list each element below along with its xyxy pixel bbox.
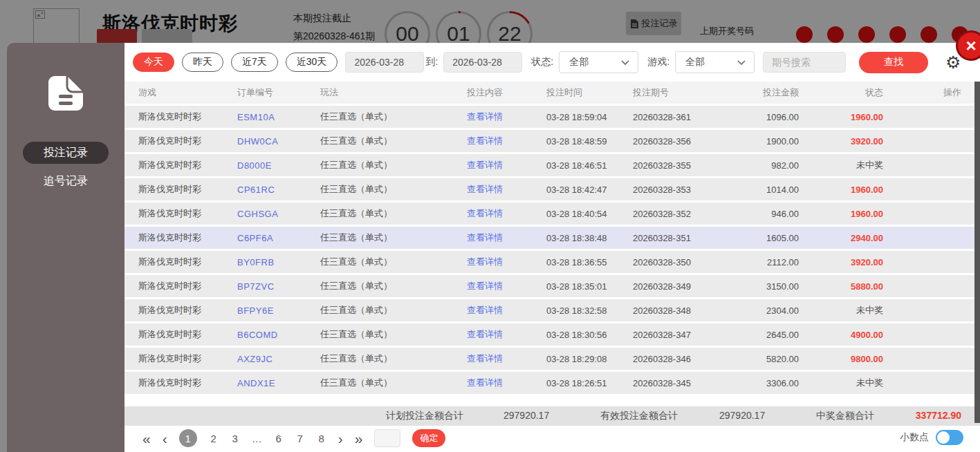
cell-play-type: 任三直选（单式） [320,159,467,171]
cell-amount: 982.00 [716,160,799,171]
view-detail-link[interactable]: 查看详情 [467,328,546,341]
table-row: 斯洛伐克时时彩 CP61RC 任三直选（单式） 查看详情 03-28 18:42… [124,178,980,200]
date-from-input[interactable] [345,52,424,73]
page-number[interactable]: 2 [209,433,219,444]
cell-period: 20260328-355 [633,160,716,171]
decimal-toggle-group: 小数点 [900,430,963,445]
sidebar-item-bet-records[interactable]: 投注记录 [23,142,109,164]
table-row: 斯洛伐克时时彩 D8000E 任三直选（单式） 查看详情 03-28 18:46… [124,154,980,176]
next-page-button[interactable]: › [338,431,343,446]
cell-game: 斯洛伐克时时彩 [138,111,237,123]
view-detail-link[interactable]: 查看详情 [467,352,546,365]
cell-play-type: 任三直选（单式） [320,111,467,123]
sidebar-item-chase-records[interactable]: 追号记录 [23,170,109,192]
game-filter-label: 游戏: [647,56,669,68]
cell-order-number[interactable]: BY0FRB [237,257,320,267]
table-scrollbar[interactable] [974,82,980,423]
cell-order-number[interactable]: B6COMD [237,330,320,340]
view-detail-link[interactable]: 查看详情 [467,304,546,317]
cell-play-type: 任三直选（单式） [320,256,467,268]
table-row: 斯洛伐克时时彩 ANDX1E 任三直选（单式） 查看详情 03-28 18:26… [124,372,980,394]
cell-play-type: 任三直选（单式） [320,352,467,365]
page-number[interactable]: 1 [179,429,197,447]
cell-order-number[interactable]: ANDX1E [237,378,320,388]
page-number[interactable]: 3 [230,433,240,444]
decimal-toggle-label: 小数点 [900,431,929,444]
cell-play-type: 任三直选（单式） [320,280,467,292]
quick-filter-button[interactable]: 近30天 [286,53,338,72]
page-confirm-button[interactable]: 确定 [412,429,445,447]
view-detail-link[interactable]: 查看详情 [467,207,546,220]
cell-order-number[interactable]: BP7ZVC [237,281,320,292]
game-select-value: 全部 [685,56,705,68]
prev-page-button[interactable]: ‹ [163,431,167,446]
cell-order-number[interactable]: DHW0CA [237,136,320,147]
view-detail-link[interactable]: 查看详情 [467,280,546,292]
view-detail-link[interactable]: 查看详情 [467,111,546,123]
cell-game: 斯洛伐克时时彩 [138,135,237,147]
page-number[interactable]: 7 [295,433,305,444]
cell-status: 4900.00 [799,330,883,340]
cell-amount: 1900.00 [716,136,799,147]
column-header: 投注期号 [633,86,716,99]
table-row: 斯洛伐克时时彩 ESM10A 任三直选（单式） 查看详情 03-28 18:59… [124,106,980,128]
cell-status: 未中奖 [799,304,883,317]
cell-period: 20260328-353 [633,185,716,195]
cell-amount: 3306.00 [716,378,799,388]
game-select[interactable]: 全部 [675,51,755,73]
cell-amount: 2645.00 [716,330,799,340]
cell-period: 20260328-348 [633,305,716,316]
column-header: 订单编号 [237,86,320,99]
status-select[interactable]: 全部 [559,51,638,73]
cell-order-number[interactable]: AXZ9JC [237,354,320,364]
page-number[interactable]: 6 [274,433,284,444]
quick-filter-button[interactable]: 近7天 [231,53,278,72]
cell-status: 2940.00 [799,233,883,243]
cell-period: 20260328-347 [633,330,716,340]
table-row: 斯洛伐克时时彩 AXZ9JC 任三直选（单式） 查看详情 03-28 18:29… [124,348,980,370]
plan-total-value: 297920.17 [503,410,549,421]
view-detail-link[interactable]: 查看详情 [467,135,546,147]
cell-bet-time: 03-28 18:29:08 [546,354,633,364]
cell-period: 20260328-350 [633,257,716,267]
period-search-input[interactable] [763,52,846,73]
cell-order-number[interactable]: C6PF6A [237,233,320,243]
win-total-label: 中奖金额合计 [816,410,874,422]
cell-game: 斯洛伐克时时彩 [138,256,237,268]
table-row: 斯洛伐克时时彩 CGHSGA 任三直选（单式） 查看详情 03-28 18:40… [124,203,980,225]
cell-order-number[interactable]: CP61RC [237,185,320,195]
cell-period: 20260328-361 [633,112,716,122]
cell-period: 20260328-352 [633,209,716,219]
cell-game: 斯洛伐克时时彩 [138,304,237,317]
decimal-toggle-switch[interactable] [936,430,963,445]
view-detail-link[interactable]: 查看详情 [467,232,546,244]
view-detail-link[interactable]: 查看详情 [467,377,546,389]
view-detail-link[interactable]: 查看详情 [467,256,546,268]
view-detail-link[interactable]: 查看详情 [467,159,546,171]
cell-order-number[interactable]: D8000E [237,160,320,171]
cell-bet-time: 03-28 18:42:47 [546,185,633,195]
quick-filter-button[interactable]: 今天 [133,53,174,72]
cell-order-number[interactable]: CGHSGA [237,209,320,219]
cell-status: 1960.00 [799,112,883,122]
cell-bet-time: 03-28 18:40:54 [546,209,633,219]
date-to-input[interactable] [443,52,522,73]
first-page-button[interactable]: « [142,431,151,446]
cell-game: 斯洛伐克时时彩 [138,352,237,365]
quick-filter-button[interactable]: 昨天 [182,53,223,72]
cell-order-number[interactable]: BFPY6E [237,305,320,316]
cell-play-type: 任三直选（单式） [320,328,467,341]
page-jump-input[interactable] [374,429,400,447]
view-detail-link[interactable]: 查看详情 [467,183,546,196]
cell-order-number[interactable]: ESM10A [237,112,320,122]
cell-status: 1960.00 [799,209,883,219]
search-button[interactable]: 查找 [859,52,928,73]
cell-period: 20260328-349 [633,281,716,292]
date-to-label: 到: [425,56,438,68]
gear-icon[interactable]: ⚙ [945,54,961,71]
last-page-button[interactable]: » [355,431,363,446]
cell-amount: 2112.00 [716,257,799,267]
cell-amount: 946.00 [716,209,799,219]
cell-play-type: 任三直选（单式） [320,304,467,317]
page-number[interactable]: 8 [317,433,326,444]
